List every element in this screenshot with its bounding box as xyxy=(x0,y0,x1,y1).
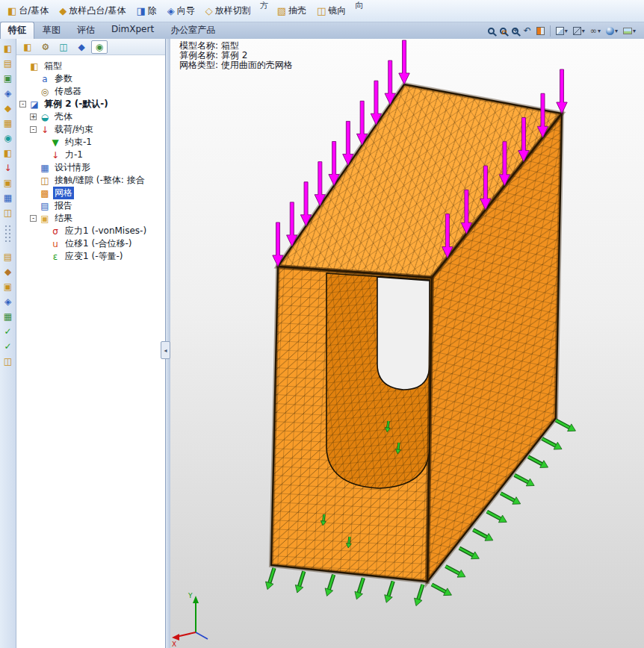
sim-toolbar-icon-13[interactable]: ▤ xyxy=(1,250,15,263)
fixture-arrow[interactable] xyxy=(415,585,423,606)
boss-base-button[interactable]: ◧台/基体 xyxy=(3,3,53,19)
featuremanager-tab[interactable]: ◧ xyxy=(19,40,36,54)
edit-appearance-button[interactable]: ▾ xyxy=(604,24,620,37)
mesh-icon: ▩ xyxy=(40,189,50,198)
tree-item-stress1[interactable]: σ应力1 (-vonMises-) xyxy=(16,225,165,237)
viewport-canvas[interactable]: Y X xyxy=(170,39,644,648)
tree-item-label: 结果 xyxy=(53,212,74,225)
tree-item-report[interactable]: ▤报告 xyxy=(16,199,165,212)
hole-wizard-button[interactable]: ◈向导 xyxy=(163,3,199,19)
tree-item-force-1[interactable]: ↓力-1 xyxy=(16,149,165,161)
sim-toolbar-icon-19[interactable]: ✓ xyxy=(1,340,15,352)
tab-dimxpert[interactable]: DimXpert xyxy=(103,22,162,39)
expander-minus-icon[interactable]: - xyxy=(30,126,37,133)
tree-item-restraint-1[interactable]: ▼约束-1 xyxy=(16,136,165,149)
tree-item-parameters[interactable]: a参数 xyxy=(16,72,165,85)
sim-toolbar-icon-6[interactable]: ▦ xyxy=(1,116,15,129)
toolbar-gripper[interactable] xyxy=(4,225,12,244)
fixture-arrow[interactable] xyxy=(266,568,274,590)
display-style-button[interactable]: ▾ xyxy=(571,24,587,37)
tree-item-loads[interactable]: -↓载荷/约束 xyxy=(16,123,165,136)
tab-strip: 特征草图评估DimXpert办公室产品 xyxy=(0,22,223,39)
tree-item-strain1[interactable]: ε应变1 (-等量-) xyxy=(16,250,165,263)
toolbar-fragment-2[interactable]: 向 xyxy=(352,0,366,11)
sim-toolbar-icon-18[interactable]: ✓ xyxy=(1,325,15,337)
viewport[interactable]: 模型名称: 箱型 算例名称: 算例 2 网格类型: 使用曲面的壳网格 xyxy=(170,39,644,648)
load-arrow[interactable] xyxy=(399,40,409,84)
tab-office-products[interactable]: 办公室产品 xyxy=(162,22,223,39)
section-view-button[interactable] xyxy=(534,24,547,37)
fixture-arrow[interactable] xyxy=(528,457,548,468)
sim-toolbar-icon-9[interactable]: ↓ xyxy=(1,161,15,174)
sim-toolbar-icon-16[interactable]: ◈ xyxy=(1,295,15,308)
fixture-arrow[interactable] xyxy=(487,511,507,523)
hide-show-items-button[interactable]: ∞▾ xyxy=(588,24,603,37)
fixture-arrow[interactable] xyxy=(325,575,333,596)
tab-sketch[interactable]: 草图 xyxy=(34,22,69,39)
fixture-arrow[interactable] xyxy=(432,585,451,596)
lofted-boss-button[interactable]: ◆放样凸台/基体 xyxy=(55,3,130,19)
fixture-arrow[interactable] xyxy=(542,438,562,449)
toolbar-fragment-1[interactable]: 方 xyxy=(257,0,271,11)
loads-icon: ↓ xyxy=(40,125,50,134)
displaymanager-tab[interactable]: ◉ xyxy=(91,40,108,54)
sim-toolbar-icon-1[interactable]: ◧ xyxy=(1,42,15,54)
sim-toolbar-icon-7[interactable]: ◉ xyxy=(1,131,15,144)
panel-collapse-handle[interactable]: ◂ xyxy=(161,341,170,359)
fixture-arrow[interactable] xyxy=(473,530,492,541)
fixture-arrow[interactable] xyxy=(385,582,393,603)
zoom-fit-button[interactable] xyxy=(486,24,497,37)
fixture-arrow[interactable] xyxy=(501,493,520,505)
zoom-fit-icon xyxy=(488,28,495,34)
zoom-in-out-button[interactable] xyxy=(510,24,521,37)
tree-item-results[interactable]: -▣结果 xyxy=(16,212,165,225)
tree-item-design-scenario[interactable]: ▦设计情形 xyxy=(16,161,165,174)
tree-item-sensors[interactable]: ◎传感器 xyxy=(16,85,165,98)
sim-toolbar-icon-14[interactable]: ◆ xyxy=(1,265,15,278)
fixture-arrow[interactable] xyxy=(459,548,479,559)
lofted-cut-button[interactable]: ◇放样切割 xyxy=(201,3,256,19)
tree-item-shell[interactable]: +◒壳体 xyxy=(16,110,165,123)
sim-toolbar-icon-4[interactable]: ◈ xyxy=(1,87,15,99)
sim-toolbar-icon-8[interactable]: ◧ xyxy=(1,146,15,159)
tree-item-mesh[interactable]: ▩网格 xyxy=(16,187,165,199)
dimxpertmanager-tab[interactable]: ◆ xyxy=(73,40,90,54)
fixture-arrow[interactable] xyxy=(355,578,363,599)
caret-down-icon: ▾ xyxy=(615,28,618,34)
shell-button[interactable]: ▧抽壳 xyxy=(273,3,311,19)
propertymanager-tab[interactable]: ⚙ xyxy=(37,40,54,54)
expander-minus-icon[interactable]: - xyxy=(30,215,37,222)
zoom-area-button[interactable] xyxy=(498,24,509,37)
expander-plus-icon[interactable]: + xyxy=(30,113,37,120)
mesh-model[interactable] xyxy=(271,84,562,582)
load-arrow[interactable] xyxy=(557,69,567,113)
sim-toolbar-icon-11[interactable]: ▦ xyxy=(1,191,15,204)
tree-item-displacement1[interactable]: u位移1 (-合位移-) xyxy=(16,237,165,250)
expander-minus-icon[interactable]: - xyxy=(19,101,26,108)
configurationmanager-tab[interactable]: ◫ xyxy=(55,40,72,54)
sim-toolbar-icon-17[interactable]: ▦ xyxy=(1,310,15,323)
sim-toolbar-icon-5[interactable]: ◆ xyxy=(1,102,15,114)
fixture-arrow[interactable] xyxy=(556,420,575,432)
mirror-button[interactable]: ◫镜向 xyxy=(312,3,350,19)
scene-button[interactable]: ▾ xyxy=(621,24,638,37)
sim-toolbar-icon-10[interactable]: ▣ xyxy=(1,176,15,189)
fixture-arrow[interactable] xyxy=(445,567,465,578)
sim-toolbar-icon-12[interactable]: ◫ xyxy=(1,206,15,219)
strain1-icon: ε xyxy=(50,252,61,261)
tab-evaluate[interactable]: 评估 xyxy=(69,22,103,39)
sim-toolbar-icon-2[interactable]: ▤ xyxy=(1,57,15,69)
tree-item-label: 应变1 (-等量-) xyxy=(64,250,124,263)
tree-item-box[interactable]: ◧箱型 xyxy=(16,60,165,72)
fixture-arrow[interactable] xyxy=(515,475,534,486)
tree-item-contact[interactable]: ◫接触/缝隙 (-整体: 接合 xyxy=(16,174,165,187)
previous-view-button[interactable]: ↶ xyxy=(521,24,533,37)
sim-toolbar-icon-15[interactable]: ▣ xyxy=(1,280,15,293)
cut-button[interactable]: ◨除 xyxy=(131,3,161,19)
fixture-arrow[interactable] xyxy=(295,571,303,593)
sim-toolbar-icon-3[interactable]: ▣ xyxy=(1,72,15,84)
sim-toolbar-icon-20[interactable]: ◫ xyxy=(1,355,15,367)
view-orientation-button[interactable]: ▾ xyxy=(554,24,570,37)
tree-item-study[interactable]: -◪算例 2 (-默认-) xyxy=(16,98,165,110)
tab-features[interactable]: 特征 xyxy=(0,22,34,39)
